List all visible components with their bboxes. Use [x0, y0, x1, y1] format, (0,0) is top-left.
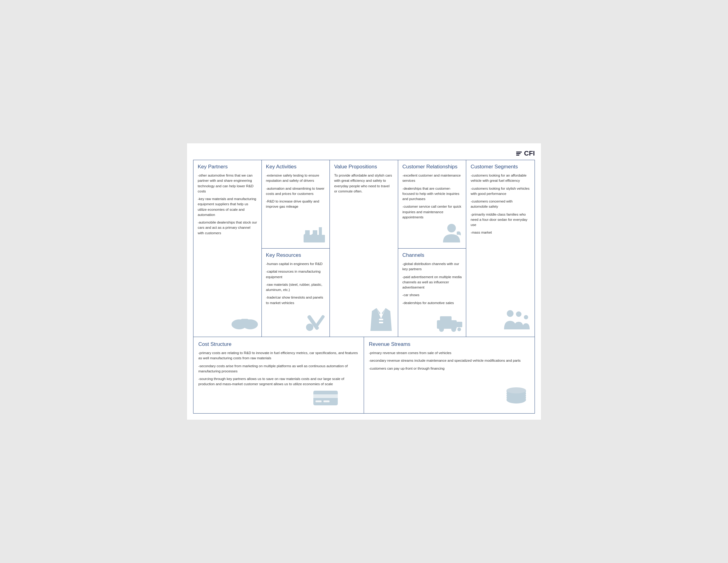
svg-rect-8 [319, 227, 322, 237]
channels-title: Channels [402, 252, 462, 258]
svg-rect-16 [314, 315, 325, 329]
svg-rect-21 [440, 316, 452, 322]
svg-point-23 [451, 327, 456, 332]
channels-cell: Channels -global distribution channels w… [398, 249, 466, 337]
svg-point-19 [447, 224, 456, 233]
cost-icon [312, 388, 339, 409]
key-partners-title: Key Partners [198, 164, 257, 170]
cust-rel-channels-col: Customer Relationships -excellent custom… [398, 160, 467, 337]
value-propositions-content: To provide affordable and stylish cars w… [334, 173, 394, 194]
service-icon [440, 223, 463, 245]
customer-relationships-title: Customer Relationships [402, 164, 462, 170]
svg-rect-32 [323, 400, 330, 402]
channels-content: -global distribution channels with our k… [402, 262, 462, 305]
key-resources-title: Key Resources [266, 252, 326, 258]
key-resources-content: -human capital in engineers for R&D -cap… [266, 262, 326, 305]
customer-relationships-cell: Customer Relationships -excellent custom… [398, 160, 466, 249]
svg-point-26 [507, 310, 514, 317]
svg-point-15 [306, 323, 313, 331]
svg-point-38 [506, 387, 526, 393]
key-activities-title: Key Activities [266, 164, 326, 170]
bottom-section: Cost Structure -primary costs are relati… [193, 337, 535, 413]
svg-point-22 [439, 327, 444, 332]
key-resources-cell: Key Resources -human capital in engineer… [262, 249, 330, 337]
business-model-canvas: Key Partners -other automotive firms tha… [193, 160, 535, 413]
family-icon [501, 308, 532, 334]
logo-area: CFI [193, 150, 535, 157]
tools-icon [302, 312, 326, 334]
svg-rect-18 [379, 322, 383, 323]
cost-structure-title: Cost Structure [198, 341, 359, 347]
delivery-icon [435, 312, 463, 334]
svg-point-28 [524, 315, 528, 319]
svg-rect-9 [307, 237, 310, 242]
customer-segments-cell: Customer Segments -customers looking for… [466, 160, 535, 337]
main-grid: Key Partners -other automotive firms tha… [193, 160, 535, 337]
svg-point-27 [516, 311, 521, 317]
svg-point-25 [457, 327, 461, 331]
key-activities-cell: Key Activities -extensive safety testing… [262, 160, 330, 249]
svg-rect-24 [457, 322, 462, 327]
key-partners-cell: Key Partners -other automotive firms tha… [193, 160, 262, 337]
customer-segments-title: Customer Segments [470, 164, 530, 170]
logo: CFI [516, 150, 535, 157]
cost-structure-cell: Cost Structure -primary costs are relati… [193, 337, 364, 413]
cost-structure-content: -primary costs are relating to R&D to in… [198, 350, 359, 387]
customer-relationships-content: -excellent customer and maintenance serv… [402, 173, 462, 220]
svg-rect-17 [379, 319, 383, 320]
svg-rect-31 [315, 400, 322, 402]
revenue-streams-cell: Revenue Streams -primary revenue stream … [364, 337, 535, 413]
svg-rect-11 [319, 237, 322, 242]
revenue-streams-content: -primary revenue stream comes from sale … [369, 350, 530, 371]
svg-rect-30 [313, 394, 338, 398]
value-propositions-cell: Value Propositions To provide affordable… [330, 160, 398, 337]
revenue-streams-title: Revenue Streams [369, 341, 530, 347]
suit-icon [367, 305, 395, 334]
coins-icon [498, 383, 528, 409]
logo-icon [516, 152, 522, 156]
key-activities-content: -extensive safety testing to ensure repu… [266, 173, 326, 210]
page-wrapper: CFI Key Partners -other automotive firms… [187, 143, 541, 420]
factory-icon [302, 224, 326, 245]
activities-resources-col: Key Activities -extensive safety testing… [262, 160, 330, 337]
customer-segments-content: -customers looking for an affordable veh… [470, 173, 530, 236]
svg-rect-10 [313, 237, 316, 242]
value-propositions-title: Value Propositions [334, 164, 394, 170]
key-partners-content: -other automotive firms that we can part… [198, 173, 257, 236]
handshake-icon [231, 309, 258, 332]
